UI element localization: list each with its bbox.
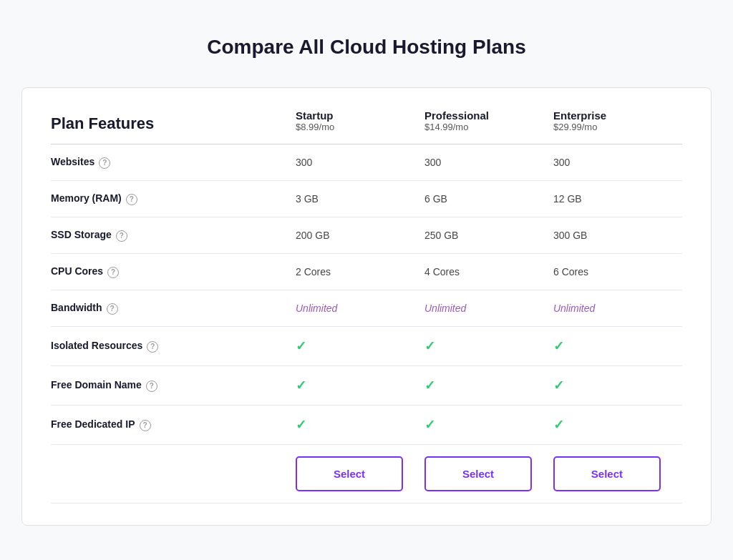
table-row: SSD Storage?200 GB250 GB300 GB: [51, 217, 682, 254]
info-icon[interactable]: ?: [116, 230, 127, 242]
feature-value-cell: 3 GB: [296, 181, 424, 217]
feature-value: 200 GB: [296, 230, 329, 241]
feature-name: Free Dedicated IP?: [51, 418, 151, 430]
select-cell-startup: Select: [296, 445, 424, 503]
feature-value-cell: Unlimited: [424, 290, 553, 327]
feature-label-cell: Websites?: [51, 144, 296, 181]
select-cell-professional: Select: [424, 445, 553, 503]
feature-value: 6 GB: [424, 193, 447, 205]
feature-label-cell: Isolated Resources?: [51, 327, 296, 366]
feature-value-cell: ✓: [296, 327, 424, 366]
feature-name: CPU Cores?: [51, 265, 119, 277]
table-row: Free Dedicated IP?✓✓✓: [51, 406, 682, 445]
feature-label-cell: Free Dedicated IP?: [51, 406, 296, 445]
feature-value-cell: 300: [296, 144, 424, 181]
checkmark-icon: ✓: [553, 418, 564, 432]
page-wrapper: Compare All Cloud Hosting Plans Plan Fea…: [14, 14, 719, 540]
button-row: SelectSelectSelect: [51, 445, 682, 503]
checkmark-icon: ✓: [424, 339, 435, 353]
feature-value: Unlimited: [553, 303, 595, 314]
feature-value: 300 GB: [553, 230, 587, 241]
feature-label-cell: Memory (RAM)?: [51, 181, 296, 217]
feature-value-cell: ✓: [553, 327, 682, 366]
feature-value-cell: ✓: [553, 366, 682, 406]
feature-name: Free Domain Name?: [51, 379, 157, 390]
feature-value-cell: 2 Cores: [296, 254, 424, 290]
feature-value: 3 GB: [296, 193, 319, 205]
feature-value-cell: 300 GB: [553, 217, 682, 254]
select-button-startup[interactable]: Select: [296, 456, 403, 491]
info-icon[interactable]: ?: [99, 157, 110, 169]
checkmark-icon: ✓: [424, 418, 435, 432]
info-icon[interactable]: ?: [147, 341, 158, 353]
feature-value: 250 GB: [424, 230, 458, 241]
feature-value-cell: ✓: [296, 406, 424, 445]
checkmark-icon: ✓: [424, 378, 435, 393]
feature-value-cell: ✓: [424, 366, 553, 406]
table-row: Memory (RAM)?3 GB6 GB12 GB: [51, 181, 682, 217]
info-icon[interactable]: ?: [107, 267, 119, 278]
feature-value-cell: 300: [553, 144, 682, 181]
feature-value-cell: Unlimited: [296, 290, 424, 327]
feature-value-cell: ✓: [424, 327, 553, 366]
table-row: Bandwidth?UnlimitedUnlimitedUnlimited: [51, 290, 682, 327]
plan-startup-header: Startup $8.99/mo: [296, 109, 424, 144]
table-row: Websites?300300300: [51, 144, 682, 181]
feature-value-cell: Unlimited: [553, 290, 682, 327]
feature-label-cell: Bandwidth?: [51, 290, 296, 327]
feature-value-cell: 200 GB: [296, 217, 424, 254]
info-icon[interactable]: ?: [126, 194, 137, 205]
feature-value: 300: [296, 157, 312, 168]
feature-value: Unlimited: [296, 303, 337, 314]
feature-label-cell: Free Domain Name?: [51, 366, 296, 406]
feature-value-cell: 4 Cores: [424, 254, 553, 290]
feature-name: Websites?: [51, 156, 110, 167]
feature-name: Bandwidth?: [51, 302, 118, 313]
feature-value-cell: 250 GB: [424, 217, 553, 254]
table-row: Isolated Resources?✓✓✓: [51, 327, 682, 366]
empty-cell: [51, 445, 296, 503]
feature-value-cell: 300: [424, 144, 553, 181]
plan-professional-header: Professional $14.99/mo: [424, 109, 553, 144]
checkmark-icon: ✓: [553, 339, 564, 353]
feature-value-cell: ✓: [553, 406, 682, 445]
table-row: Free Domain Name?✓✓✓: [51, 366, 682, 406]
feature-label-cell: SSD Storage?: [51, 217, 296, 254]
select-button-enterprise[interactable]: Select: [553, 456, 661, 491]
comparison-card: Plan Features Startup $8.99/mo Professio…: [21, 87, 712, 526]
feature-name: Isolated Resources?: [51, 340, 158, 351]
info-icon[interactable]: ?: [140, 420, 151, 431]
feature-value: Unlimited: [424, 303, 466, 314]
select-cell-enterprise: Select: [553, 445, 682, 503]
feature-value-cell: ✓: [424, 406, 553, 445]
feature-value: 12 GB: [553, 193, 582, 205]
plan-features-header: Plan Features: [51, 109, 296, 144]
plan-enterprise-header: Enterprise $29.99/mo: [553, 109, 682, 144]
feature-name: SSD Storage?: [51, 229, 127, 240]
checkmark-icon: ✓: [296, 339, 306, 353]
feature-value-cell: 12 GB: [553, 181, 682, 217]
table-header-row: Plan Features Startup $8.99/mo Professio…: [51, 109, 682, 144]
feature-value: 6 Cores: [553, 266, 588, 277]
feature-value-cell: ✓: [296, 366, 424, 406]
feature-value: 4 Cores: [424, 266, 460, 277]
feature-value-cell: 6 GB: [424, 181, 553, 217]
feature-name: Memory (RAM)?: [51, 192, 137, 204]
comparison-table: Plan Features Startup $8.99/mo Professio…: [51, 109, 682, 503]
info-icon[interactable]: ?: [146, 380, 157, 392]
feature-value: 2 Cores: [296, 266, 331, 277]
feature-value-cell: 6 Cores: [553, 254, 682, 290]
checkmark-icon: ✓: [553, 378, 564, 393]
feature-value: 300: [553, 157, 570, 168]
select-button-professional[interactable]: Select: [424, 456, 532, 491]
feature-label-cell: CPU Cores?: [51, 254, 296, 290]
page-title: Compare All Cloud Hosting Plans: [14, 29, 719, 66]
checkmark-icon: ✓: [296, 418, 306, 432]
table-row: CPU Cores?2 Cores4 Cores6 Cores: [51, 254, 682, 290]
info-icon[interactable]: ?: [107, 303, 118, 315]
checkmark-icon: ✓: [296, 378, 306, 393]
feature-value: 300: [424, 157, 441, 168]
